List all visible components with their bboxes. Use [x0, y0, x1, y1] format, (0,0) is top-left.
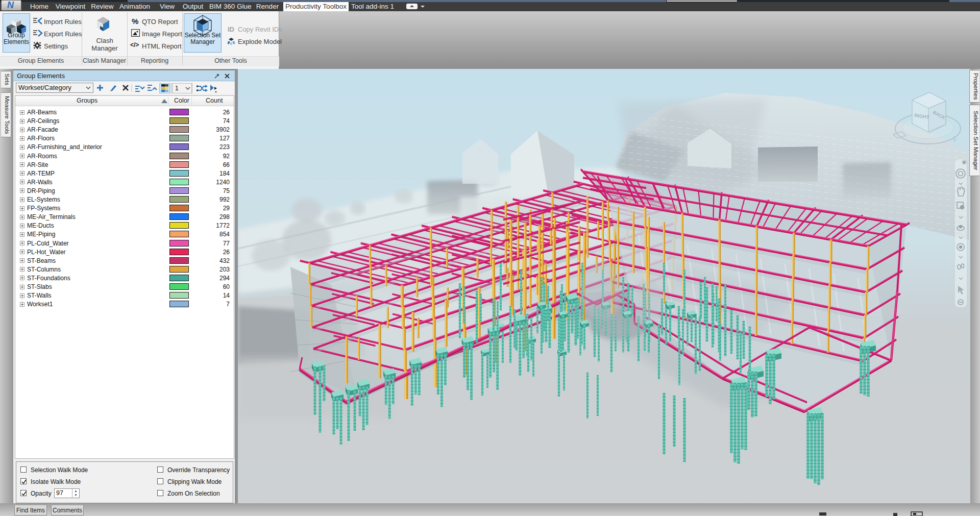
- svg-text:1: 1: [175, 85, 179, 92]
